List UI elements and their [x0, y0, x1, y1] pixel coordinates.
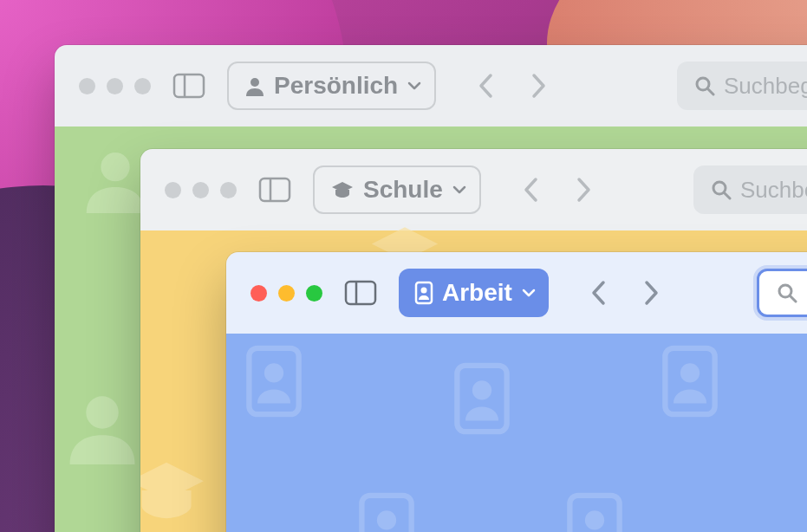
- close-button[interactable]: [165, 182, 181, 198]
- id-badge-icon: [244, 342, 304, 424]
- chevron-left-icon: [523, 177, 538, 203]
- browser-window-work: Arbeit: [226, 252, 807, 532]
- sidebar-toggle-button[interactable]: [168, 68, 210, 104]
- svg-line-16: [791, 296, 796, 302]
- minimize-button[interactable]: [107, 78, 123, 94]
- sidebar-toggle-button[interactable]: [254, 172, 296, 208]
- zoom-button[interactable]: [134, 78, 151, 94]
- person-icon: [244, 75, 265, 96]
- graduation-cap-icon: [140, 456, 210, 529]
- person-icon: [81, 144, 150, 217]
- content-area: [226, 334, 807, 532]
- search-field[interactable]: [677, 62, 807, 110]
- id-badge-icon: [564, 490, 625, 532]
- search-input[interactable]: [724, 73, 807, 100]
- svg-point-2: [251, 78, 259, 87]
- svg-point-3: [697, 78, 709, 90]
- chevron-right-icon: [576, 177, 592, 203]
- svg-point-24: [377, 510, 396, 529]
- id-badge-icon: [356, 490, 417, 532]
- svg-line-4: [708, 89, 713, 94]
- svg-point-9: [713, 182, 726, 194]
- search-icon: [777, 282, 797, 303]
- back-button[interactable]: [471, 68, 500, 104]
- sidebar-icon: [258, 177, 291, 203]
- chevron-left-icon: [478, 73, 493, 99]
- svg-point-14: [421, 288, 427, 294]
- person-icon: [63, 386, 141, 468]
- close-button[interactable]: [251, 285, 267, 302]
- profile-label: Persönlich: [274, 72, 398, 100]
- id-badge-icon: [660, 342, 720, 424]
- chevron-right-icon: [644, 280, 660, 306]
- chevron-down-icon: [521, 285, 537, 301]
- forward-button[interactable]: [524, 68, 554, 104]
- toolbar: Schule: [140, 149, 807, 230]
- search-field[interactable]: [757, 269, 807, 317]
- sidebar-icon: [172, 73, 205, 99]
- svg-point-22: [680, 363, 700, 382]
- chevron-down-icon: [452, 182, 467, 198]
- back-button[interactable]: [516, 172, 545, 208]
- svg-point-5: [101, 152, 129, 181]
- svg-rect-11: [346, 282, 375, 304]
- minimize-button[interactable]: [278, 285, 295, 302]
- svg-point-18: [264, 363, 283, 382]
- zoom-button[interactable]: [220, 182, 237, 198]
- zoom-button[interactable]: [306, 285, 322, 302]
- id-badge-icon: [452, 360, 512, 441]
- svg-point-6: [86, 396, 119, 429]
- traffic-lights: [251, 285, 322, 302]
- profile-switcher-button[interactable]: Persönlich: [227, 62, 436, 110]
- search-icon: [694, 75, 715, 96]
- chevron-down-icon: [407, 78, 422, 94]
- toolbar: Persönlich: [55, 45, 807, 127]
- traffic-lights: [79, 78, 151, 94]
- chevron-left-icon: [590, 280, 606, 306]
- svg-line-10: [725, 193, 730, 198]
- toolbar: Arbeit: [226, 252, 807, 334]
- sidebar-toggle-button[interactable]: [340, 275, 381, 311]
- forward-button[interactable]: [637, 275, 667, 311]
- minimize-button[interactable]: [192, 182, 209, 198]
- svg-point-26: [585, 510, 604, 529]
- svg-rect-7: [260, 178, 290, 201]
- forward-button[interactable]: [569, 172, 599, 208]
- profile-switcher-button[interactable]: Schule: [313, 165, 481, 214]
- chevron-right-icon: [531, 73, 547, 99]
- search-icon: [711, 179, 732, 200]
- close-button[interactable]: [79, 78, 95, 94]
- nav-buttons: [583, 275, 667, 311]
- search-field[interactable]: [693, 165, 807, 214]
- profile-label: Schule: [363, 176, 443, 204]
- profile-label: Arbeit: [442, 279, 512, 307]
- back-button[interactable]: [583, 275, 613, 311]
- svg-point-15: [779, 285, 791, 297]
- svg-point-20: [472, 380, 491, 399]
- svg-rect-0: [174, 75, 204, 97]
- id-badge-icon: [414, 281, 433, 305]
- nav-buttons: [471, 68, 554, 104]
- profile-switcher-button[interactable]: Arbeit: [399, 269, 549, 317]
- search-input[interactable]: [740, 177, 807, 204]
- graduation-cap-icon: [330, 180, 355, 199]
- sidebar-icon: [344, 280, 377, 306]
- traffic-lights: [165, 182, 237, 198]
- nav-buttons: [516, 172, 599, 208]
